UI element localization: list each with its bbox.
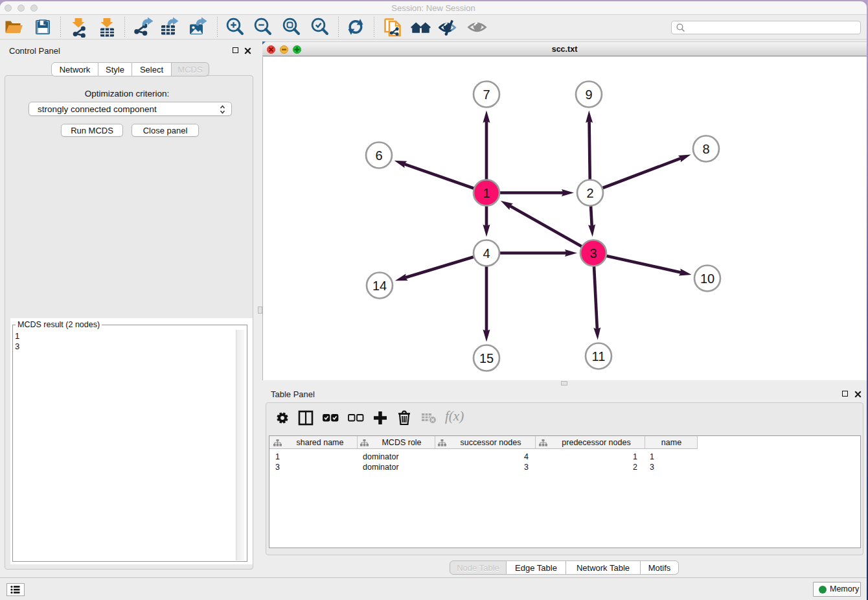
svg-text:10: 10 — [700, 271, 714, 286]
svg-text:3: 3 — [589, 246, 597, 260]
svg-text:9: 9 — [585, 87, 592, 102]
svg-text:2: 2 — [586, 186, 593, 200]
svg-text:11: 11 — [592, 349, 606, 363]
svg-text:6: 6 — [375, 148, 382, 163]
svg-text:15: 15 — [479, 351, 494, 365]
svg-text:14: 14 — [372, 279, 387, 293]
svg-text:1: 1 — [483, 186, 490, 200]
svg-text:7: 7 — [483, 87, 490, 102]
svg-text:8: 8 — [702, 142, 709, 156]
svg-text:4: 4 — [483, 246, 490, 260]
